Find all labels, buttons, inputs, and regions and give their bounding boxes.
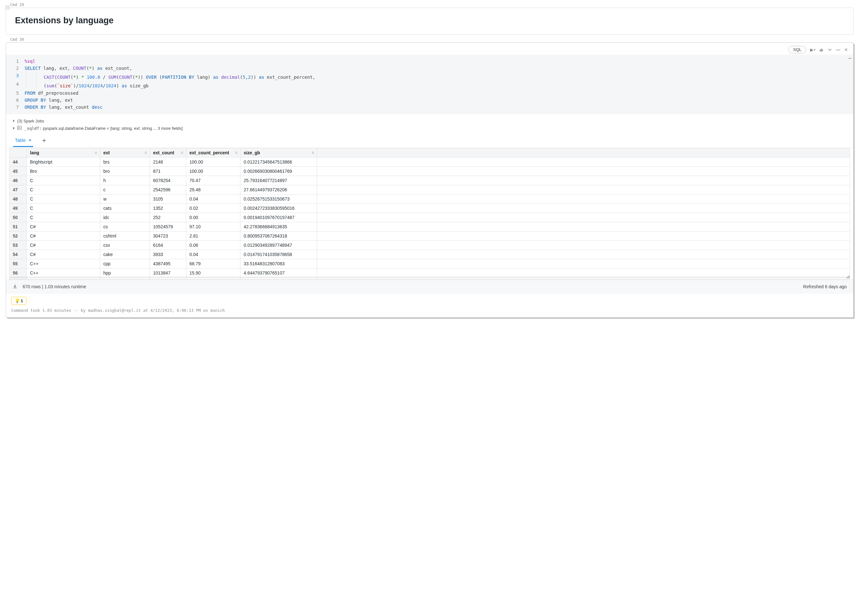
cell-lang: C# bbox=[27, 240, 100, 250]
cell-lang: C bbox=[27, 203, 100, 213]
code-editor[interactable]: — 1%sql 2SELECT lang, ext, COUNT(*) as e… bbox=[6, 55, 853, 114]
cell-lang: Bro bbox=[27, 166, 100, 176]
cell-ext-count: 1013847 bbox=[150, 268, 186, 277]
collapse-icon[interactable]: — bbox=[836, 47, 841, 52]
col-header-lang[interactable]: lang bbox=[27, 148, 100, 157]
row-index: 50 bbox=[9, 213, 27, 222]
cell-blank bbox=[317, 194, 850, 203]
cell-ext-count-percent: 29.48 bbox=[186, 185, 240, 194]
cell-lang: C# bbox=[27, 222, 100, 231]
cell-size-gb: 0.0019401097670197487 bbox=[240, 213, 317, 222]
run-button[interactable]: ▶▾ bbox=[810, 47, 816, 52]
cell-ext-count-percent: 15.90 bbox=[186, 268, 240, 277]
cell-blank bbox=[317, 231, 850, 240]
add-tab-button[interactable]: + bbox=[40, 137, 48, 147]
lightbulb-count: 1 bbox=[21, 298, 23, 303]
table-row[interactable]: 45Brobro871100.000.002669030800461769 bbox=[9, 166, 850, 176]
cell-ext-count: 3933 bbox=[150, 250, 186, 259]
chart-icon[interactable] bbox=[819, 48, 824, 52]
cell-ext-count: 10524579 bbox=[150, 222, 186, 231]
cell-ext-count-percent: 68.79 bbox=[186, 259, 240, 268]
row-index-header bbox=[9, 148, 27, 157]
cell-ext-count-percent: 100.00 bbox=[186, 157, 240, 166]
cell-ext-count-percent: 0.04 bbox=[186, 194, 240, 203]
cell-ext: cshtml bbox=[100, 231, 150, 240]
cell-lang: C bbox=[27, 176, 100, 185]
cell-ext-count: 304723 bbox=[150, 231, 186, 240]
fold-icon[interactable]: — bbox=[849, 55, 851, 61]
lightbulb-icon: 💡 bbox=[15, 298, 20, 303]
cell-ext-count: 2542596 bbox=[150, 185, 186, 194]
output-tabs: Table + bbox=[6, 132, 853, 148]
row-index: 47 bbox=[9, 185, 27, 194]
cell-ext-count: 3105 bbox=[150, 194, 186, 203]
lightbulb-button[interactable]: 💡1 bbox=[11, 297, 26, 305]
download-icon[interactable] bbox=[12, 284, 17, 290]
row-index: 56 bbox=[9, 268, 27, 277]
row-index: 51 bbox=[9, 222, 27, 231]
cell-size-gb: 0.0024272333830595016 bbox=[240, 203, 317, 213]
table-row[interactable]: 54C#cake39330.040.014791741035878658 bbox=[9, 250, 850, 259]
table-row[interactable]: 47Cc254259629.4827.661449793726206 bbox=[9, 185, 850, 194]
cell-size-gb: 0.012217345647513866 bbox=[240, 157, 317, 166]
schema-toggle[interactable]: _sqldf: pyspark.sql.dataframe.DataFrame … bbox=[13, 124, 846, 132]
cell-ext-count-percent: 0.06 bbox=[186, 240, 240, 250]
cell-ext-count: 4387495 bbox=[150, 259, 186, 268]
cell-blank bbox=[317, 213, 850, 222]
page-title: Extensions by language bbox=[15, 15, 844, 26]
table-row[interactable]: 44Brightscriptbrs2148100.000.01221734564… bbox=[9, 157, 850, 166]
cell-size-gb: 0.014791741035878658 bbox=[240, 250, 317, 259]
cell-lang: Brightscript bbox=[27, 157, 100, 166]
row-index: 49 bbox=[9, 203, 27, 213]
cell-ext-count-percent: 0.02 bbox=[186, 203, 240, 213]
code-cell: SQL ▶▾ — ✕ — 1%sql 2SELECT lang, ext, CO… bbox=[6, 42, 853, 318]
col-header-ext-count[interactable]: ext_count bbox=[150, 148, 186, 157]
table-row[interactable]: 52C#cshtml3047232.810.8009537067264318 bbox=[9, 231, 850, 240]
cell-ext: idc bbox=[100, 213, 150, 222]
table-row[interactable]: 53C#csx61640.060.012903492897748947 bbox=[9, 240, 850, 250]
col-header-size-gb[interactable]: size_gb bbox=[240, 148, 317, 157]
tab-table[interactable]: Table bbox=[13, 138, 33, 147]
row-index: 44 bbox=[9, 157, 27, 166]
cell-lang: C++ bbox=[27, 259, 100, 268]
table-icon bbox=[17, 126, 22, 131]
cell-ext: cs bbox=[100, 222, 150, 231]
refreshed-label: Refreshed 6 days ago bbox=[803, 284, 847, 289]
cell-size-gb: 0.002669030800461769 bbox=[240, 166, 317, 176]
cell-size-gb: 27.661449793726206 bbox=[240, 185, 317, 194]
table-row[interactable]: 51C#cs1052457997.1042.278366684913635 bbox=[9, 222, 850, 231]
cell-ext-count-percent: 0.00 bbox=[186, 213, 240, 222]
row-index: 48 bbox=[9, 194, 27, 203]
expand-caret-icon[interactable] bbox=[828, 48, 832, 52]
cell-ext-count-percent: 2.81 bbox=[186, 231, 240, 240]
table-row[interactable]: 48Cw31050.040.02526751533150673 bbox=[9, 194, 850, 203]
table-row[interactable]: 50Cidc2520.000.0019401097670197487 bbox=[9, 213, 850, 222]
cell-ext: c bbox=[100, 185, 150, 194]
col-header-ext-count-percent[interactable]: ext_count_percent bbox=[186, 148, 240, 157]
cell-blank bbox=[317, 157, 850, 166]
cell-toolbar: SQL ▶▾ — ✕ bbox=[6, 43, 853, 55]
col-header-ext[interactable]: ext bbox=[100, 148, 150, 157]
cell-ext: h bbox=[100, 176, 150, 185]
table-row[interactable]: 46Ch607825470.4725.793164077214897 bbox=[9, 176, 850, 185]
resize-handle[interactable] bbox=[845, 274, 850, 280]
close-icon[interactable]: ✕ bbox=[844, 47, 848, 52]
command-status: Command took 1.03 minutes -- by madhav.s… bbox=[6, 307, 853, 316]
row-index: 54 bbox=[9, 250, 27, 259]
cell-ext-count: 2148 bbox=[150, 157, 186, 166]
cell-ext: cake bbox=[100, 250, 150, 259]
cell-blank bbox=[317, 259, 850, 268]
sqldf-schema: pyspark.sql.dataframe.DataFrame = [lang:… bbox=[42, 126, 183, 131]
caret-right-icon bbox=[13, 127, 15, 129]
spark-jobs-toggle[interactable]: (3) Spark Jobs bbox=[13, 117, 846, 124]
table-row[interactable]: 55C++cpp438749568.7933.51648312807083 bbox=[9, 259, 850, 268]
cell-ext: cpp bbox=[100, 259, 150, 268]
table-row[interactable]: 49Ccats13520.020.0024272333830595016 bbox=[9, 203, 850, 213]
row-index: 45 bbox=[9, 166, 27, 176]
cell-blank bbox=[317, 268, 850, 277]
cell-ext: brs bbox=[100, 157, 150, 166]
cell-size-gb: 33.51648312807083 bbox=[240, 259, 317, 268]
sql-assistant-button[interactable]: SQL bbox=[788, 46, 806, 53]
table-row[interactable]: 56C++hpp101384715.904.644793790765107 bbox=[9, 268, 850, 277]
cell-size-gb: 4.644793790765107 bbox=[240, 268, 317, 277]
